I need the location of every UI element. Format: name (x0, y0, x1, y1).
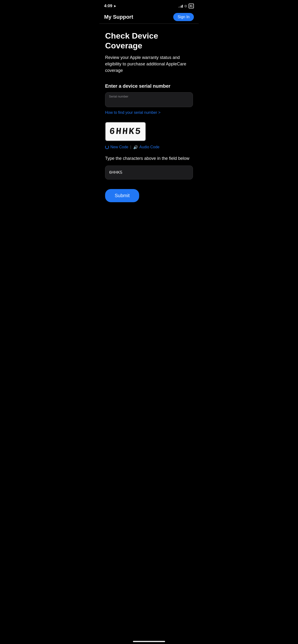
status-bar: 4:09 ➤ ⊙ 81 (99, 0, 199, 10)
serial-placeholder-label: Serial number (109, 95, 128, 98)
captcha-code-display: 6HHK5 (109, 126, 142, 136)
find-serial-link[interactable]: How to find your serial number > (105, 110, 193, 115)
status-time: 4:09 ➤ (104, 4, 116, 8)
refresh-icon (105, 145, 109, 149)
captcha-image: 6HHK5 (105, 122, 146, 141)
serial-input-container: Serial number (105, 92, 193, 107)
battery-icon: 81 (189, 4, 194, 8)
location-icon: ➤ (113, 4, 116, 8)
wifi-icon: ⊙ (184, 4, 187, 8)
sign-in-button[interactable]: Sign In (173, 13, 194, 21)
audio-code-button[interactable]: 🔊 Audio Code (133, 145, 160, 150)
submit-button[interactable]: Submit (105, 189, 139, 202)
captcha-instruction: Type the characters above in the field b… (105, 155, 193, 162)
nav-bar: My Support Sign In (99, 10, 199, 24)
nav-title: My Support (104, 14, 133, 20)
captcha-divider: | (130, 145, 131, 149)
status-icons: ⊙ 81 (179, 4, 194, 8)
signal-icon (179, 4, 183, 8)
page-description: Review your Apple warranty status and el… (105, 54, 193, 74)
main-content: Check Device Coverage Review your Apple … (99, 24, 199, 219)
serial-section-label: Enter a device serial number (105, 84, 193, 89)
new-code-button[interactable]: New Code (105, 145, 128, 149)
captcha-input[interactable] (105, 166, 193, 180)
speaker-icon: 🔊 (133, 145, 138, 150)
captcha-actions: New Code | 🔊 Audio Code (105, 145, 193, 150)
page-title: Check Device Coverage (105, 31, 193, 50)
